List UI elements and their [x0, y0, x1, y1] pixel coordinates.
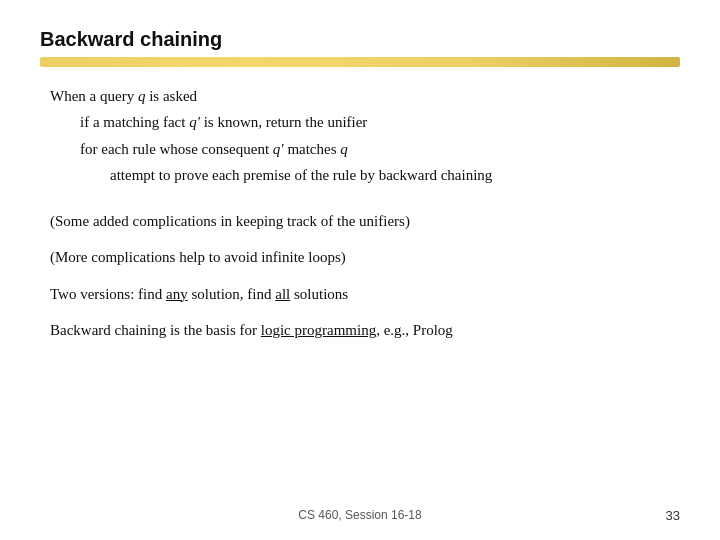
line-prove-premise: attempt to prove each premise of the rul… [50, 164, 680, 187]
para-complications2: (More complications help to avoid infini… [50, 246, 680, 269]
any-underlined: any [166, 286, 188, 302]
line-matching-fact: if a matching fact q′ is known, return t… [50, 111, 680, 134]
slide-title: Backward chaining [40, 28, 680, 51]
line-query: When a query q is asked [50, 85, 680, 108]
line-rule-consequent: for each rule whose consequent q′ matche… [50, 138, 680, 161]
all-underlined: all [275, 286, 290, 302]
matches-word: matches [287, 141, 336, 157]
slide: Backward chaining When a query q is aske… [0, 0, 720, 540]
var-q2: q [340, 141, 348, 157]
footer-page: 33 [666, 508, 680, 523]
logic-programming-underlined: logic programming [261, 322, 376, 338]
slide-content: When a query q is asked if a matching fa… [40, 85, 680, 342]
footer: CS 460, Session 16-18 33 [0, 508, 720, 522]
line-versions: Two versions: find any solution, find al… [50, 283, 680, 306]
para-complications1: (Some added complications in keeping tra… [50, 210, 680, 233]
decorative-bar [40, 57, 680, 67]
var-q: q [138, 88, 146, 104]
footer-course: CS 460, Session 16-18 [0, 508, 720, 522]
var-q-prime: q′ [189, 114, 200, 130]
line-basis: Backward chaining is the basis for logic… [50, 319, 680, 342]
var-q-prime2: q′ [273, 141, 284, 157]
